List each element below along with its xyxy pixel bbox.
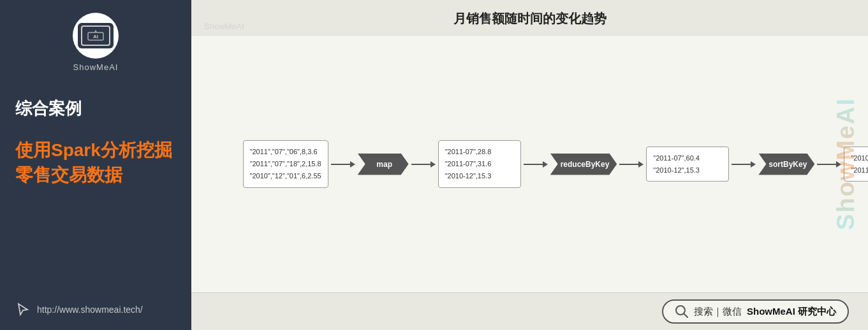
mid-row-2: "2011-07",31.6 [445, 158, 514, 170]
arrow-line-4 [619, 164, 638, 165]
mid-data-box: "2011-07",28.8 "2011-07",31.6 "2010-12",… [438, 140, 521, 187]
search-text: 搜索｜微信 [694, 306, 742, 317]
right-row-1: "2011-07",60.4 [653, 152, 722, 164]
svg-text:AI: AI [93, 34, 98, 39]
arrow-3 [521, 161, 550, 168]
input-row-1: "2011","07","06",8,3.6 [250, 146, 321, 158]
brand-text: ShowMeAI 研究中心 [747, 306, 836, 317]
cursor-icon [15, 302, 31, 317]
op-map-box: map [358, 154, 409, 175]
right-data-box: "2011-07",60.4 "2010-12",15.3 [646, 147, 729, 182]
input-row-3: "2010","12","01",6,2.55 [250, 170, 321, 182]
main-title-line2: 零售交易数据 [15, 165, 122, 185]
pipeline: "2011","07","06",8,3.6 "2011","07","18",… [243, 140, 817, 187]
watermark-text: ShowMeAI [832, 97, 860, 230]
search-icon [675, 305, 689, 319]
op-map: map [358, 154, 409, 175]
logo-inner: AI [78, 23, 114, 48]
input-data-box: "2011","07","06",8,3.6 "2011","07","18",… [243, 140, 328, 187]
arrow-line-1 [331, 164, 350, 165]
main-content: 月销售额随时间的变化趋势 ShowMeAI ShowMeAI "2011","0… [191, 0, 868, 330]
bottom-bar: 搜索｜微信 ShowMeAI 研究中心 [191, 292, 868, 330]
logo-screen: AI [81, 25, 110, 46]
logo-area: AI ShowMeAI [15, 13, 176, 72]
watermark-top: ShowMeAI [204, 22, 244, 31]
logo-text: ShowMeAI [73, 62, 119, 72]
website-link[interactable]: http://www.showmeai.tech/ [37, 305, 143, 315]
chart-title: 月销售额随时间的变化趋势 [453, 11, 607, 25]
right-row-2: "2010-12",15.3 [653, 164, 722, 176]
sidebar-footer: http://www.showmeai.tech/ [15, 302, 176, 317]
main-title-line1: 使用Spark分析挖掘 [15, 140, 172, 160]
op-sort: sortByKey [758, 154, 814, 175]
svg-line-4 [684, 314, 688, 318]
mid-row-3: "2010-12",15.3 [445, 170, 514, 182]
search-badge[interactable]: 搜索｜微信 ShowMeAI 研究中心 [662, 299, 849, 324]
arrow-head-2 [430, 161, 436, 168]
arrow-head-5 [751, 161, 756, 168]
op-reduce-box: reduceByKey [550, 154, 617, 175]
arrow-1 [328, 161, 358, 168]
section-label: 综合案例 [15, 97, 176, 120]
arrow-line-2 [411, 164, 430, 165]
logo-circle: AI [73, 13, 119, 59]
mid-row-1: "2011-07",28.8 [445, 146, 514, 158]
arrow-4 [617, 161, 646, 168]
main-title: 使用Spark分析挖掘 零售交易数据 [15, 138, 176, 187]
arrow-5 [729, 161, 758, 168]
arrow-2 [409, 161, 438, 168]
search-badge-label: 搜索｜微信 ShowMeAI 研究中心 [694, 306, 836, 318]
chart-header: 月销售额随时间的变化趋势 ShowMeAI [191, 0, 868, 36]
diagram-area: ShowMeAI "2011","07","06",8,3.6 "2011","… [191, 36, 868, 292]
arrow-head-1 [350, 161, 355, 168]
ai-logo-icon: AI [87, 30, 105, 41]
watermark-side: ShowMeAI [830, 42, 862, 286]
arrow-head-3 [543, 161, 548, 168]
arrow-head-4 [638, 161, 644, 168]
svg-point-2 [95, 31, 97, 32]
input-row-2: "2011","07","18",2,15.8 [250, 158, 321, 170]
arrow-line-5 [732, 164, 751, 165]
arrow-line-3 [524, 164, 543, 165]
op-reduce: reduceByKey [550, 154, 617, 175]
op-sort-box: sortByKey [758, 154, 814, 175]
sidebar: AI ShowMeAI 综合案例 使用Spark分析挖掘 零售交易数据 http… [0, 0, 191, 330]
